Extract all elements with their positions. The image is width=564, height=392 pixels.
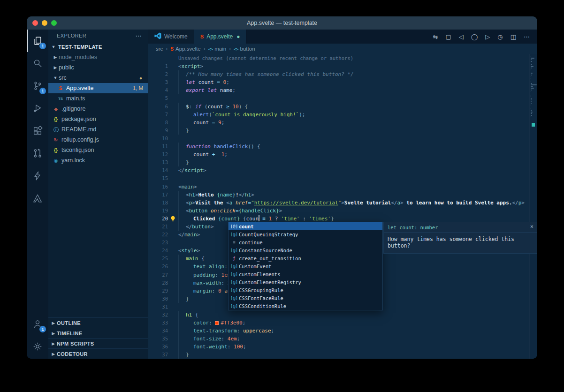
file-row-package.json[interactable]: {}package.json	[48, 114, 148, 124]
suggestion-item-CSSFontFaceRule[interactable]: [@]CSSFontFaceRule	[229, 294, 382, 302]
code-line-18[interactable]: 18<p>Visit the <a href="https://svelte.d…	[148, 199, 537, 207]
file-row-rollup.config.js[interactable]: ↻rollup.config.js	[48, 135, 148, 145]
chevron-right-icon: ▶	[52, 65, 59, 70]
lightbulb-icon[interactable]	[170, 216, 176, 222]
activity-item-explorer[interactable]: 1	[27, 30, 48, 52]
nav-back-icon[interactable]: ◁	[459, 33, 464, 40]
suggestion-item-create_out_transition[interactable]: ƒcreate_out_transition	[229, 254, 382, 262]
code-line-16[interactable]: 16<main>	[148, 183, 537, 191]
code-line-17[interactable]: 17<h1>Hello {name}!</h1>	[148, 191, 537, 199]
suggestion-label: CSSFontFaceRule	[239, 295, 283, 301]
minimap[interactable]	[529, 54, 537, 359]
activity-item-run-debug[interactable]	[27, 97, 48, 120]
tab-app-svelte[interactable]: SApp.svelte●	[194, 30, 247, 44]
close-icon[interactable]: ×	[530, 223, 534, 230]
code-line-12[interactable]: 12count += 1;	[148, 151, 537, 158]
code-line-5[interactable]: 5	[148, 94, 537, 102]
gitlens-annotation: Unsaved changes (cannot determine recent…	[178, 55, 353, 61]
line-number: 29	[148, 287, 168, 295]
code-line-32[interactable]: 32h1 {	[148, 311, 537, 319]
code-line-8[interactable]: 8count = 9;	[148, 119, 537, 127]
close-window-button[interactable]	[32, 20, 38, 26]
file-row-.gitignore[interactable]: ◆.gitignore	[48, 104, 148, 114]
code-line-4[interactable]: 4export let name;	[148, 86, 537, 94]
folder-row-public[interactable]: ▶public	[48, 62, 148, 73]
code-line-15[interactable]: 15	[148, 174, 537, 182]
breadcrumb-item-src[interactable]: src	[156, 46, 163, 52]
code-line-3[interactable]: 3let count = 0;	[148, 78, 537, 86]
gitlens-annotation-line: Unsaved changes (cannot determine recent…	[148, 54, 537, 62]
suggestion-item-CSSConditionRule[interactable]: [@]CSSConditionRule	[229, 302, 382, 310]
activity-item-accounts[interactable]: 1	[27, 313, 48, 335]
suggestion-item-CustomEvent[interactable]: [@]CustomEvent	[229, 262, 382, 270]
tab-welcome[interactable]: Welcome	[148, 30, 194, 44]
project-section-header[interactable]: ▼ TEST-TEMPLATE	[48, 42, 148, 52]
code-token: :	[221, 336, 228, 342]
breadcrumb-item-app-svelte[interactable]: SApp.svelte	[170, 46, 200, 52]
code-line-33[interactable]: 33color: #ff3e00;	[148, 319, 537, 327]
code-line-2[interactable]: 2/** How many times has someone clicked …	[148, 70, 537, 78]
indent-guide	[186, 215, 193, 223]
git-file-icon: ◆	[52, 106, 60, 112]
indent-guide	[186, 279, 193, 287]
sidebar-panel-npm-scripts[interactable]: ▶NPM SCRIPTS	[48, 338, 148, 348]
activity-item-remote[interactable]	[27, 165, 48, 187]
code-line-7[interactable]: 7alert(`count is dangerously high!`);	[148, 111, 537, 119]
zoom-window-button[interactable]	[51, 20, 57, 26]
search-icon	[32, 58, 43, 68]
history-icon[interactable]: ◷	[497, 33, 503, 40]
suggestion-item-continue[interactable]: ≡continue	[229, 238, 382, 246]
nav-dot-icon[interactable]: ◯	[471, 33, 478, 40]
activity-item-search[interactable]	[27, 52, 48, 75]
code-line-10[interactable]: 10	[148, 135, 537, 143]
activity-item-azure[interactable]	[27, 187, 48, 210]
code-line-14[interactable]: 14</script>	[148, 166, 537, 174]
file-row-tsconfig.json[interactable]: {}tsconfig.json	[48, 145, 148, 155]
suggestion-item-ConstantSourceNode[interactable]: [@]ConstantSourceNode	[229, 246, 382, 254]
activity-item-github-pull-requests[interactable]	[27, 142, 48, 165]
suggestion-item-CustomElementRegistry[interactable]: [@]CustomElementRegistry	[229, 278, 382, 286]
open-changes-icon[interactable]: ⇆	[433, 33, 438, 40]
suggestion-item-count[interactable]: [@]count	[229, 222, 382, 230]
more-actions-icon[interactable]: ⋯	[524, 33, 530, 40]
code-line-35[interactable]: 35font-size: 4em;	[148, 335, 537, 343]
code-line-19[interactable]: 19<button on:click={handleClick}>	[148, 207, 537, 215]
suggestion-item-CSSGroupingRule[interactable]: [@]CSSGroupingRule	[229, 286, 382, 294]
code-token: style	[182, 248, 197, 254]
minimize-window-button[interactable]	[42, 20, 47, 26]
code-editor[interactable]: Unsaved changes (cannot determine recent…	[148, 54, 537, 359]
file-row-App.svelte[interactable]: SApp.svelte1, M	[48, 83, 148, 93]
breadcrumb-label: App.svelte	[175, 46, 201, 52]
sidebar-panel-codetour[interactable]: ▶CODETOUR	[48, 348, 148, 359]
indent-guide	[178, 86, 186, 94]
code-line-1[interactable]: 1<script>	[148, 62, 537, 70]
breadcrumb-item-button[interactable]: <>button	[234, 46, 255, 52]
code-line-9[interactable]: 9}	[148, 127, 537, 135]
sidebar-panel-outline[interactable]: ▶OUTLINE	[48, 317, 148, 328]
breadcrumb-item-main[interactable]: <>main	[208, 46, 226, 52]
code-line-34[interactable]: 34text-transform: uppercase;	[148, 327, 537, 335]
activity-item-extensions[interactable]	[27, 120, 48, 142]
folder-row-node_modules[interactable]: ▶node_modules	[48, 52, 148, 62]
code-line-36[interactable]: 36font-weight: 100;	[148, 343, 537, 351]
indent-guide	[178, 215, 186, 223]
folder-row-src[interactable]: ▼src●	[48, 73, 148, 83]
suggestion-item-customElements[interactable]: [@]customElements	[229, 270, 382, 278]
suggestion-item-CountQueuingStrategy[interactable]: [@]CountQueuingStrategy	[229, 230, 382, 238]
file-row-README.md[interactable]: iREADME.md	[48, 124, 148, 135]
open-file-icon[interactable]: ▢	[446, 33, 451, 40]
more-actions-icon[interactable]: ⋯	[136, 32, 142, 39]
code-token: main	[182, 184, 194, 190]
code-line-6[interactable]: 6$: if (count ≥ 10) {	[148, 103, 537, 111]
file-row-main.ts[interactable]: TSmain.ts	[48, 93, 148, 104]
activity-item-source-control[interactable]: 1	[27, 75, 48, 97]
split-editor-icon[interactable]: ◫	[511, 33, 516, 40]
code-line-37[interactable]: 37}	[148, 351, 537, 359]
code-token: {	[201, 256, 205, 262]
file-row-yarn.lock[interactable]: ◉yarn.lock	[48, 155, 148, 166]
sidebar-panel-timeline[interactable]: ▶TIMELINE	[48, 328, 148, 338]
code-line-13[interactable]: 13}	[148, 158, 537, 166]
nav-forward-icon[interactable]: ▷	[485, 33, 490, 40]
activity-item-settings[interactable]	[27, 335, 48, 358]
code-line-11[interactable]: 11function handleClick() {	[148, 143, 537, 151]
